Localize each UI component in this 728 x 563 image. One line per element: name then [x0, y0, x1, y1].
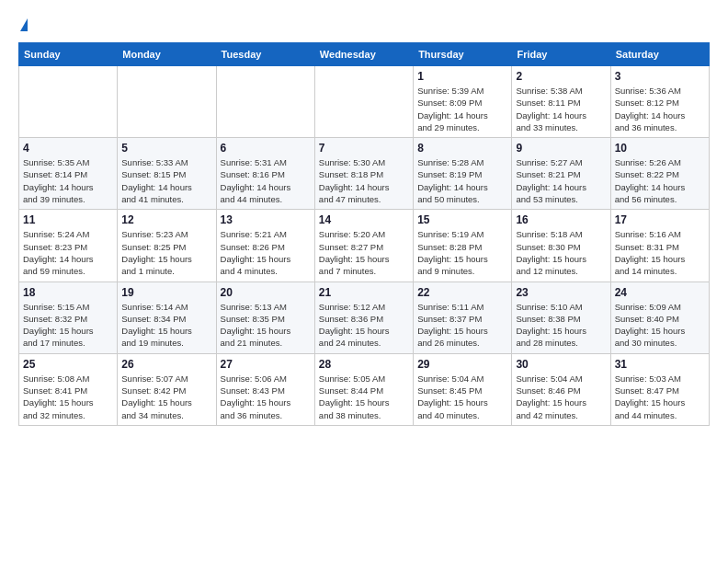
calendar-day-cell: 4Sunrise: 5:35 AMSunset: 8:14 PMDaylight… — [19, 138, 118, 210]
calendar-day-cell: 7Sunrise: 5:30 AMSunset: 8:18 PMDaylight… — [314, 138, 413, 210]
calendar-day-cell — [118, 66, 216, 138]
day-number: 5 — [121, 142, 211, 155]
day-info: Sunrise: 5:12 AMSunset: 8:36 PMDaylight:… — [319, 301, 409, 350]
calendar-day-cell — [216, 66, 314, 138]
day-info: Sunrise: 5:09 AMSunset: 8:40 PMDaylight:… — [615, 301, 705, 350]
day-info: Sunrise: 5:11 AMSunset: 8:37 PMDaylight:… — [417, 301, 507, 350]
calendar-header-row: SundayMondayTuesdayWednesdayThursdayFrid… — [19, 43, 710, 66]
calendar-day-cell: 14Sunrise: 5:20 AMSunset: 8:27 PMDayligh… — [314, 210, 413, 282]
day-info: Sunrise: 5:15 AMSunset: 8:32 PMDaylight:… — [23, 301, 113, 350]
calendar-day-cell: 26Sunrise: 5:07 AMSunset: 8:42 PMDayligh… — [118, 353, 216, 425]
day-number: 23 — [516, 286, 606, 299]
calendar-week-row: 25Sunrise: 5:08 AMSunset: 8:41 PMDayligh… — [19, 353, 710, 425]
calendar-table: SundayMondayTuesdayWednesdayThursdayFrid… — [18, 42, 710, 426]
day-of-week-header: Thursday — [414, 43, 512, 66]
day-info: Sunrise: 5:06 AMSunset: 8:43 PMDaylight:… — [221, 373, 311, 421]
day-number: 15 — [417, 213, 507, 226]
calendar-day-cell: 15Sunrise: 5:19 AMSunset: 8:28 PMDayligh… — [414, 210, 512, 282]
day-number: 27 — [221, 358, 311, 371]
day-info: Sunrise: 5:36 AMSunset: 8:12 PMDaylight:… — [615, 85, 705, 133]
calendar-day-cell: 22Sunrise: 5:11 AMSunset: 8:37 PMDayligh… — [414, 282, 512, 353]
calendar-day-cell: 19Sunrise: 5:14 AMSunset: 8:34 PMDayligh… — [118, 282, 216, 353]
calendar-day-cell — [19, 66, 118, 138]
calendar-day-cell: 12Sunrise: 5:23 AMSunset: 8:25 PMDayligh… — [118, 210, 216, 282]
day-number: 18 — [23, 286, 113, 299]
calendar-day-cell: 5Sunrise: 5:33 AMSunset: 8:15 PMDaylight… — [118, 138, 216, 210]
calendar-day-cell: 2Sunrise: 5:38 AMSunset: 8:11 PMDaylight… — [512, 66, 610, 138]
day-of-week-header: Tuesday — [216, 43, 314, 66]
day-number: 1 — [417, 70, 507, 83]
day-number: 3 — [615, 70, 705, 83]
day-number: 13 — [221, 213, 311, 226]
day-info: Sunrise: 5:20 AMSunset: 8:27 PMDaylight:… — [319, 228, 409, 277]
day-info: Sunrise: 5:04 AMSunset: 8:46 PMDaylight:… — [516, 373, 606, 421]
day-info: Sunrise: 5:24 AMSunset: 8:23 PMDaylight:… — [23, 228, 113, 277]
day-number: 6 — [221, 142, 311, 155]
calendar-day-cell: 25Sunrise: 5:08 AMSunset: 8:41 PMDayligh… — [19, 353, 118, 425]
day-info: Sunrise: 5:28 AMSunset: 8:19 PMDaylight:… — [417, 156, 507, 205]
calendar-day-cell: 13Sunrise: 5:21 AMSunset: 8:26 PMDayligh… — [216, 210, 314, 282]
day-number: 11 — [23, 213, 113, 226]
calendar-day-cell: 6Sunrise: 5:31 AMSunset: 8:16 PMDaylight… — [216, 138, 314, 210]
calendar-day-cell: 3Sunrise: 5:36 AMSunset: 8:12 PMDaylight… — [610, 66, 709, 138]
calendar-day-cell: 10Sunrise: 5:26 AMSunset: 8:22 PMDayligh… — [610, 138, 709, 210]
day-number: 9 — [516, 142, 606, 155]
calendar-day-cell: 28Sunrise: 5:05 AMSunset: 8:44 PMDayligh… — [314, 353, 413, 425]
page: SundayMondayTuesdayWednesdayThursdayFrid… — [0, 0, 728, 435]
day-number: 7 — [319, 142, 409, 155]
day-of-week-header: Saturday — [610, 43, 709, 66]
logo-triangle-icon — [20, 18, 28, 31]
day-info: Sunrise: 5:18 AMSunset: 8:30 PMDaylight:… — [516, 228, 606, 277]
day-of-week-header: Sunday — [19, 43, 118, 66]
day-info: Sunrise: 5:14 AMSunset: 8:34 PMDaylight:… — [121, 301, 211, 350]
calendar-day-cell: 1Sunrise: 5:39 AMSunset: 8:09 PMDaylight… — [414, 66, 512, 138]
calendar-day-cell: 18Sunrise: 5:15 AMSunset: 8:32 PMDayligh… — [19, 282, 118, 353]
day-info: Sunrise: 5:35 AMSunset: 8:14 PMDaylight:… — [23, 156, 113, 205]
day-info: Sunrise: 5:31 AMSunset: 8:16 PMDaylight:… — [221, 156, 311, 205]
day-of-week-header: Friday — [512, 43, 610, 66]
day-info: Sunrise: 5:39 AMSunset: 8:09 PMDaylight:… — [417, 85, 507, 133]
calendar-day-cell: 20Sunrise: 5:13 AMSunset: 8:35 PMDayligh… — [216, 282, 314, 353]
calendar-day-cell: 21Sunrise: 5:12 AMSunset: 8:36 PMDayligh… — [314, 282, 413, 353]
calendar-day-cell: 16Sunrise: 5:18 AMSunset: 8:30 PMDayligh… — [512, 210, 610, 282]
day-number: 30 — [516, 358, 606, 371]
day-of-week-header: Wednesday — [314, 43, 413, 66]
day-info: Sunrise: 5:33 AMSunset: 8:15 PMDaylight:… — [121, 156, 211, 205]
day-number: 26 — [121, 358, 211, 371]
calendar-day-cell — [314, 66, 413, 138]
day-number: 29 — [417, 358, 507, 371]
header — [18, 18, 710, 33]
day-number: 28 — [319, 358, 409, 371]
calendar-day-cell: 30Sunrise: 5:04 AMSunset: 8:46 PMDayligh… — [512, 353, 610, 425]
calendar-day-cell: 23Sunrise: 5:10 AMSunset: 8:38 PMDayligh… — [512, 282, 610, 353]
day-of-week-header: Monday — [118, 43, 216, 66]
day-info: Sunrise: 5:13 AMSunset: 8:35 PMDaylight:… — [221, 301, 311, 350]
calendar-day-cell: 9Sunrise: 5:27 AMSunset: 8:21 PMDaylight… — [512, 138, 610, 210]
day-number: 16 — [516, 213, 606, 226]
day-number: 31 — [615, 358, 705, 371]
day-info: Sunrise: 5:04 AMSunset: 8:45 PMDaylight:… — [417, 373, 507, 421]
calendar-day-cell: 17Sunrise: 5:16 AMSunset: 8:31 PMDayligh… — [610, 210, 709, 282]
calendar-day-cell: 31Sunrise: 5:03 AMSunset: 8:47 PMDayligh… — [610, 353, 709, 425]
calendar-week-row: 4Sunrise: 5:35 AMSunset: 8:14 PMDaylight… — [19, 138, 710, 210]
day-info: Sunrise: 5:19 AMSunset: 8:28 PMDaylight:… — [417, 228, 507, 277]
day-info: Sunrise: 5:38 AMSunset: 8:11 PMDaylight:… — [516, 85, 606, 133]
day-info: Sunrise: 5:26 AMSunset: 8:22 PMDaylight:… — [615, 156, 705, 205]
day-number: 20 — [221, 286, 311, 299]
day-info: Sunrise: 5:30 AMSunset: 8:18 PMDaylight:… — [319, 156, 409, 205]
day-info: Sunrise: 5:10 AMSunset: 8:38 PMDaylight:… — [516, 301, 606, 350]
day-info: Sunrise: 5:05 AMSunset: 8:44 PMDaylight:… — [319, 373, 409, 421]
day-number: 17 — [615, 213, 705, 226]
day-number: 25 — [23, 358, 113, 371]
day-number: 21 — [319, 286, 409, 299]
day-info: Sunrise: 5:23 AMSunset: 8:25 PMDaylight:… — [121, 228, 211, 277]
calendar-day-cell: 24Sunrise: 5:09 AMSunset: 8:40 PMDayligh… — [610, 282, 709, 353]
day-number: 24 — [615, 286, 705, 299]
calendar-day-cell: 27Sunrise: 5:06 AMSunset: 8:43 PMDayligh… — [216, 353, 314, 425]
day-number: 12 — [121, 213, 211, 226]
calendar-day-cell: 8Sunrise: 5:28 AMSunset: 8:19 PMDaylight… — [414, 138, 512, 210]
day-number: 19 — [121, 286, 211, 299]
day-number: 10 — [615, 142, 705, 155]
day-number: 8 — [417, 142, 507, 155]
calendar-day-cell: 29Sunrise: 5:04 AMSunset: 8:45 PMDayligh… — [414, 353, 512, 425]
